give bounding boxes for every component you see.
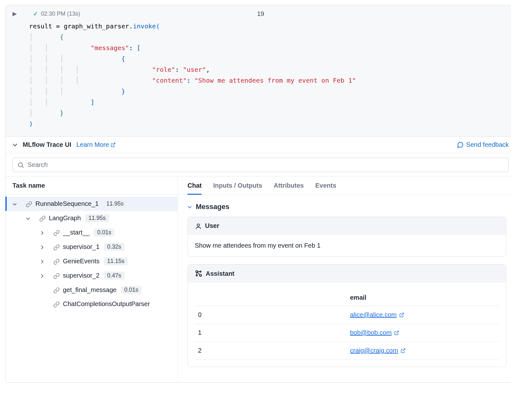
table-row: 2 craig@craig.com	[195, 342, 499, 360]
notebook-container: ▶ ✓ 02:30 PM (13s) 19 result = graph_wit…	[5, 5, 511, 383]
play-icon[interactable]: ▶	[12, 10, 17, 17]
messages-header[interactable]: Messages	[187, 203, 506, 211]
assistant-message-card: Assistant email	[187, 264, 506, 367]
assistant-icon	[195, 270, 202, 278]
tab-inputs-outputs[interactable]: Inputs / Outputs	[213, 182, 262, 195]
tab-events[interactable]: Events	[315, 182, 336, 195]
search-box[interactable]	[12, 158, 509, 172]
task-tree: Task name RunnableSequence_1 11.95s	[5, 177, 178, 382]
chevron-right-icon[interactable]	[40, 244, 46, 249]
assistant-title: Assistant	[206, 270, 234, 277]
svg-line-2	[22, 166, 23, 168]
collapse-icon[interactable]	[12, 142, 18, 148]
svg-line-12	[396, 331, 399, 333]
email-column-header: email	[347, 289, 499, 306]
svg-line-13	[403, 349, 405, 351]
duration-badge: 11.95s	[103, 200, 127, 208]
search-input[interactable]	[27, 161, 504, 169]
task-row-supervisor2[interactable]: supervisor_2 0.47s	[5, 268, 178, 283]
external-link-icon	[399, 312, 404, 318]
duration-badge: 0.01s	[94, 229, 114, 236]
send-feedback-link[interactable]: Send feedback	[457, 141, 509, 148]
trace-title: MLflow Trace UI	[23, 141, 71, 148]
email-table: email 0 alice@alice.com	[195, 289, 499, 360]
svg-point-5	[200, 274, 202, 276]
link-icon	[53, 272, 60, 279]
search-icon	[17, 161, 24, 168]
chevron-down-icon[interactable]	[12, 201, 19, 206]
chevron-right-icon[interactable]	[40, 273, 46, 278]
cell-timestamp: 02:30 PM (13s)	[41, 11, 80, 17]
task-row-supervisor1[interactable]: supervisor_1 0.32s	[5, 240, 178, 254]
link-icon	[39, 214, 46, 222]
duration-badge: 11.95s	[85, 214, 109, 222]
task-row-runnablesequence[interactable]: RunnableSequence_1 11.95s	[5, 197, 178, 211]
email-link[interactable]: alice@alice.com	[350, 311, 404, 319]
task-row-langgraph[interactable]: LangGraph 11.95s	[5, 211, 178, 225]
svg-line-0	[112, 143, 115, 145]
tab-chat[interactable]: Chat	[187, 182, 202, 195]
user-icon	[195, 222, 202, 230]
task-header: Task name	[5, 177, 178, 195]
user-title: User	[205, 222, 219, 229]
email-link[interactable]: craig@craig.com	[350, 347, 406, 354]
chevron-right-icon[interactable]	[40, 259, 46, 264]
chevron-down-icon[interactable]	[187, 204, 192, 209]
tab-attributes[interactable]: Attributes	[274, 182, 304, 195]
chat-icon	[457, 141, 464, 148]
svg-point-7	[196, 275, 197, 276]
trace-header: MLflow Trace UI Learn More Send feedback	[5, 137, 511, 153]
link-icon	[53, 229, 60, 236]
link-icon	[53, 286, 60, 294]
table-row: 0 alice@alice.com	[195, 306, 499, 324]
check-icon: ✓	[33, 10, 38, 18]
table-row: 1 bob@bob.com	[195, 324, 499, 342]
user-message-card: User Show me attendees from my event on …	[187, 217, 506, 257]
email-link[interactable]: bob@bob.com	[350, 329, 399, 336]
svg-line-8	[198, 273, 200, 275]
code-cell: ▶ ✓ 02:30 PM (13s) 19 result = graph_wit…	[5, 5, 511, 137]
link-icon	[26, 200, 32, 207]
external-link-icon	[400, 348, 406, 353]
link-icon	[53, 258, 60, 265]
task-row-getfinalmessage[interactable]: · get_final_message 0.01s	[5, 283, 178, 297]
task-row-genieevents[interactable]: GenieEvents 11.15s	[5, 254, 178, 268]
duration-badge: 11.15s	[104, 257, 128, 265]
detail-pane: Chat Inputs / Outputs Attributes Events …	[178, 177, 511, 382]
link-icon	[53, 300, 60, 308]
chevron-down-icon[interactable]	[26, 215, 32, 221]
task-row-outputparser[interactable]: · ChatCompletionsOutputParser	[5, 297, 178, 311]
cell-number: 19	[257, 10, 264, 18]
tabs: Chat Inputs / Outputs Attributes Events	[178, 177, 511, 195]
chevron-right-icon[interactable]	[40, 230, 46, 235]
svg-point-3	[197, 224, 199, 226]
link-icon	[53, 243, 60, 251]
learn-more-link[interactable]: Learn More	[76, 141, 115, 148]
svg-point-1	[19, 162, 23, 167]
duration-badge: 0.01s	[121, 286, 141, 294]
user-message-body: Show me attendees from my event on Feb 1	[188, 235, 506, 256]
external-link-icon	[394, 330, 399, 335]
code-block[interactable]: result = graph_with_parser.invoke( │ { │…	[12, 21, 509, 129]
task-row-start[interactable]: __start__ 0.01s	[5, 225, 178, 240]
svg-line-11	[401, 313, 404, 315]
duration-badge: 0.47s	[104, 272, 125, 280]
svg-point-6	[200, 271, 201, 272]
duration-badge: 0.32s	[104, 243, 125, 251]
external-link-icon	[111, 142, 116, 147]
